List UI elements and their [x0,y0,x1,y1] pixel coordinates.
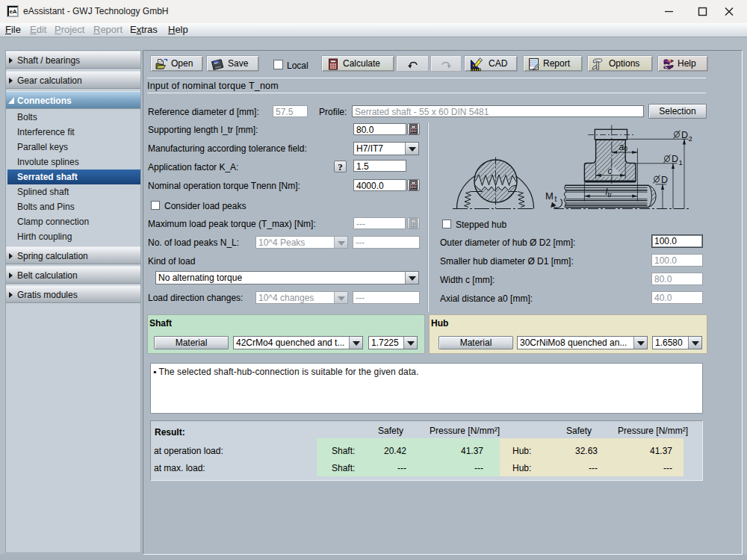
svg-text:D: D [681,130,688,140]
svg-text:D: D [672,154,678,164]
svg-text:tr: tr [608,191,613,199]
svg-text:M: M [545,190,554,202]
svg-text:2: 2 [689,134,692,143]
svg-text:D: D [661,175,668,185]
svg-text:c: c [608,166,613,176]
svg-text:0: 0 [624,145,627,152]
svg-text:t: t [555,195,557,203]
svg-text:1: 1 [679,158,683,167]
